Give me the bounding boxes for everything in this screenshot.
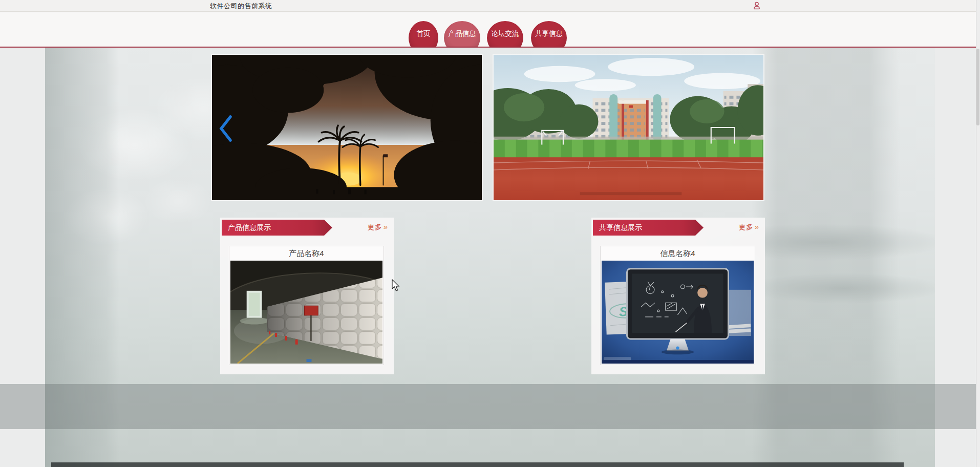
background-bottom-shadow	[51, 462, 904, 467]
product-card-title: 产品名称4	[229, 246, 384, 260]
presenter-monitor-image: SK	[602, 261, 754, 364]
product-panel-title: 产品信息展示	[228, 223, 271, 231]
tab-home[interactable]: 首页	[409, 21, 438, 47]
shared-info-card[interactable]: 信息名称4 SK	[600, 246, 755, 365]
app-title: 软件公司的售前系统	[210, 2, 272, 11]
product-more-label: 更多	[368, 223, 382, 231]
product-card[interactable]: 产品名称4	[229, 246, 384, 365]
shared-panel-title: 共享信息展示	[599, 223, 642, 231]
scrollbar-thumb[interactable]	[976, 49, 979, 125]
sunset-photo-graphic	[212, 55, 482, 200]
shared-more-label: 更多	[739, 223, 753, 231]
chevron-left-icon	[217, 114, 235, 143]
double-chevron-right-icon: »	[755, 222, 759, 231]
shared-card-title: 信息名称4	[601, 246, 755, 260]
tab-product-info-label: 产品信息	[449, 29, 476, 38]
top-bar: 软件公司的售前系统	[0, 0, 980, 12]
school-field-photo-graphic	[494, 55, 763, 200]
monitor-photo-graphic: SK	[602, 261, 754, 364]
user-icon[interactable]	[752, 1, 762, 11]
shared-more-link[interactable]: 更多»	[739, 222, 759, 232]
footer-band	[0, 384, 980, 429]
pre-sales-system-page: 软件公司的售前系统 首页 产品信息 论坛交流 共享信息	[0, 0, 980, 467]
nav-divider-line	[0, 47, 980, 48]
scrollbar[interactable]	[976, 0, 980, 467]
carousel-slide-sunset[interactable]	[211, 54, 483, 201]
carousel-prev-button[interactable]	[217, 114, 235, 143]
carousel-slide-school[interactable]	[493, 54, 764, 201]
product-panel: 产品信息展示 更多» 产品名称4	[220, 218, 394, 374]
tab-forum-label: 论坛交流	[492, 29, 519, 38]
warehouse-image	[230, 261, 382, 364]
shared-info-panel: 共享信息展示 更多» 信息名称4	[591, 218, 765, 374]
main-nav: 首页 产品信息 论坛交流 共享信息	[0, 12, 980, 47]
tab-home-label: 首页	[417, 29, 431, 38]
product-panel-title-ribbon: 产品信息展示	[222, 220, 332, 236]
tab-product-info[interactable]: 产品信息	[444, 21, 480, 47]
double-chevron-right-icon: »	[384, 222, 388, 231]
warehouse-photo-graphic	[230, 261, 382, 364]
tab-forum[interactable]: 论坛交流	[487, 21, 523, 47]
tab-shared-info[interactable]: 共享信息	[531, 21, 567, 47]
user-icon-graphic	[752, 1, 762, 11]
shared-panel-title-ribbon: 共享信息展示	[593, 220, 704, 236]
product-more-link[interactable]: 更多»	[368, 222, 388, 232]
tab-shared-info-label: 共享信息	[535, 29, 563, 38]
